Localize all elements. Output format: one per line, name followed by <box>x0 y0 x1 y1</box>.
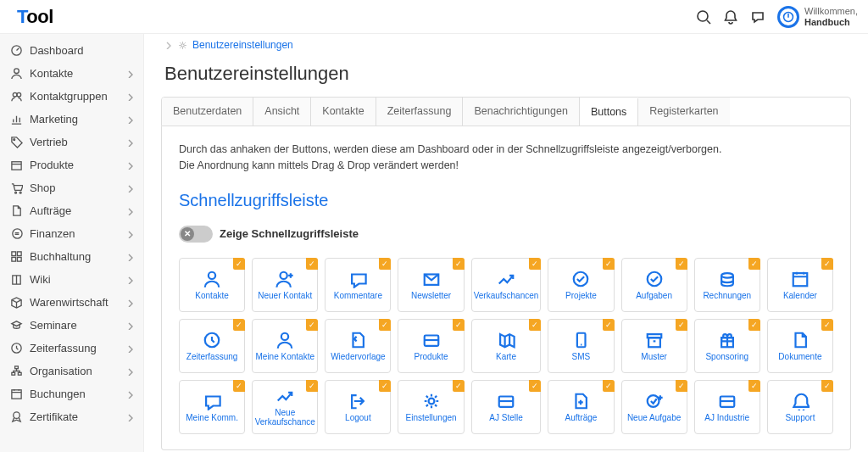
tile-dokumente[interactable]: ✓Dokumente <box>767 319 833 373</box>
check-icon[interactable]: ✓ <box>453 319 465 331</box>
tile-kommentare[interactable]: ✓Kommentare <box>325 258 391 312</box>
main-content: Benutzereinstellungen Benutzereinstellun… <box>144 34 868 452</box>
user-menu[interactable]: Willkommen, Handbuch <box>777 6 858 28</box>
sidebar-item-aufträge[interactable]: Aufträge <box>0 199 143 222</box>
check-icon[interactable]: ✓ <box>603 319 615 331</box>
sidebar-item-seminare[interactable]: Seminare <box>0 314 143 337</box>
tabs: BenutzerdatenAnsichtKontakteZeiterfassun… <box>161 97 851 126</box>
check-icon[interactable]: ✓ <box>529 319 541 331</box>
check-icon[interactable]: ✓ <box>748 258 760 270</box>
sidebar-item-wiki[interactable]: Wiki <box>0 268 143 291</box>
check-icon[interactable]: ✓ <box>603 380 615 392</box>
tile-label: Muster <box>639 352 669 361</box>
breadcrumb-link[interactable]: Benutzereinstellungen <box>192 39 293 51</box>
check-icon[interactable]: ✓ <box>453 258 465 270</box>
tile-meine-kontakte[interactable]: ✓Meine Kontakte <box>252 319 318 373</box>
check-icon[interactable]: ✓ <box>529 380 541 392</box>
check-icon[interactable]: ✓ <box>233 319 245 331</box>
tile-einstellungen[interactable]: ✓Einstellungen <box>398 380 464 434</box>
check-icon[interactable]: ✓ <box>306 319 318 331</box>
check-icon[interactable]: ✓ <box>748 380 760 392</box>
tab-benachrichtigungen[interactable]: Benachrichtigungen <box>463 98 580 126</box>
tile-support[interactable]: ✓Support <box>767 380 833 434</box>
chevron-right-icon <box>126 92 135 101</box>
check-icon[interactable]: ✓ <box>306 380 318 392</box>
sidebar-item-warenwirtschaft[interactable]: Warenwirtschaft <box>0 291 143 314</box>
check-icon[interactable]: ✓ <box>676 319 687 331</box>
chevron-right-icon <box>126 321 135 330</box>
chevron-right-icon <box>126 184 135 193</box>
check-icon[interactable]: ✓ <box>603 258 615 270</box>
tab-buttons[interactable]: Buttons <box>580 98 638 126</box>
tile-rechnungen[interactable]: ✓Rechnungen <box>694 258 760 312</box>
search-icon[interactable] <box>696 9 711 25</box>
tile-wiedervorlage[interactable]: ✓Wiedervorlage <box>325 319 391 373</box>
tile-sms[interactable]: ✓SMS <box>548 319 614 373</box>
chevron-right-icon <box>126 367 135 376</box>
check-icon[interactable]: ✓ <box>821 380 833 392</box>
sidebar-item-finanzen[interactable]: Finanzen <box>0 222 143 245</box>
tab-registerkarten[interactable]: Registerkarten <box>638 98 729 126</box>
sidebar-item-marketing[interactable]: Marketing <box>0 108 143 131</box>
sidebar-item-dashboard[interactable]: Dashboard <box>0 39 143 62</box>
tile-kalender[interactable]: ✓Kalender <box>767 258 833 312</box>
quickbar-toggle[interactable]: ✕ <box>179 226 213 243</box>
check-icon[interactable]: ✓ <box>453 380 465 392</box>
sidebar-item-buchhaltung[interactable]: Buchhaltung <box>0 245 143 268</box>
tile-verkaufschancen[interactable]: ✓Verkaufschancen <box>471 258 542 312</box>
sidebar-item-produkte[interactable]: Produkte <box>0 153 143 176</box>
check-icon[interactable]: ✓ <box>529 258 541 270</box>
check-icon[interactable]: ✓ <box>676 258 687 270</box>
page-title: Benutzereinstellungen <box>164 63 851 85</box>
tab-benutzerdaten[interactable]: Benutzerdaten <box>162 98 253 126</box>
tile-projekte[interactable]: ✓Projekte <box>548 258 614 312</box>
tile-aj-stelle[interactable]: ✓AJ Stelle <box>471 380 542 434</box>
sidebar-item-zeiterfassung[interactable]: Zeiterfassung <box>0 337 143 360</box>
tile-neue-aufgabe[interactable]: ✓Neue Aufgabe <box>621 380 687 434</box>
sidebar-item-kontaktgruppen[interactable]: Kontaktgruppen <box>0 85 143 108</box>
tile-aj-industrie[interactable]: ✓AJ Industrie <box>694 380 760 434</box>
check-icon[interactable]: ✓ <box>379 258 391 270</box>
tile-karte[interactable]: ✓Karte <box>471 319 542 373</box>
sidebar-item-label: Aufträge <box>30 204 71 217</box>
sidebar-item-kontakte[interactable]: Kontakte <box>0 62 143 85</box>
tile-aufgaben[interactable]: ✓Aufgaben <box>621 258 687 312</box>
card-icon <box>718 392 737 410</box>
sidebar-item-zertifikate[interactable]: Zertifikate <box>0 405 143 428</box>
tab-kontakte[interactable]: Kontakte <box>311 98 376 126</box>
check-icon[interactable]: ✓ <box>233 380 245 392</box>
tile-kontakte[interactable]: ✓Kontakte <box>179 258 245 312</box>
tile-label: Neue Verkaufschance <box>253 408 317 427</box>
tile-produkte[interactable]: ✓Produkte <box>398 319 464 373</box>
sidebar-item-label: Marketing <box>30 113 78 126</box>
sidebar-item-organisation[interactable]: Organisation <box>0 360 143 382</box>
bell-icon[interactable] <box>723 9 738 25</box>
tile-label: Kalender <box>782 291 819 300</box>
tile-logout[interactable]: ✓Logout <box>325 380 391 434</box>
tile-sponsoring[interactable]: ✓Sponsoring <box>694 319 760 373</box>
sidebar-item-buchungen[interactable]: Buchungen <box>0 382 143 405</box>
tab-ansicht[interactable]: Ansicht <box>253 98 311 126</box>
sidebar-item-vertrieb[interactable]: Vertrieb <box>0 131 143 153</box>
check-icon[interactable]: ✓ <box>748 319 760 331</box>
people-icon <box>10 90 23 103</box>
tile-zeiterfassung[interactable]: ✓Zeiterfassung <box>179 319 245 373</box>
check-icon[interactable]: ✓ <box>676 380 687 392</box>
chat-icon[interactable] <box>750 9 765 25</box>
check-icon[interactable]: ✓ <box>379 380 391 392</box>
check-icon[interactable]: ✓ <box>233 258 245 270</box>
check-icon[interactable]: ✓ <box>821 319 833 331</box>
tab-zeiterfassung[interactable]: Zeiterfassung <box>376 98 464 126</box>
tile-newsletter[interactable]: ✓Newsletter <box>398 258 464 312</box>
sidebar-item-shop[interactable]: Shop <box>0 176 143 199</box>
check-icon[interactable]: ✓ <box>306 258 318 270</box>
tile-auftr-ge[interactable]: ✓Aufträge <box>548 380 614 434</box>
chevron-right-icon <box>126 138 135 147</box>
tile-neuer-kontakt[interactable]: ✓Neuer Kontakt <box>252 258 318 312</box>
tile-muster[interactable]: ✓Muster <box>621 319 687 373</box>
tile-meine-komm-[interactable]: ✓Meine Komm. <box>179 380 245 434</box>
chat-icon <box>348 270 367 288</box>
check-icon[interactable]: ✓ <box>821 258 833 270</box>
tile-neue-verkaufschance[interactable]: ✓Neue Verkaufschance <box>252 380 318 434</box>
check-icon[interactable]: ✓ <box>379 319 391 331</box>
